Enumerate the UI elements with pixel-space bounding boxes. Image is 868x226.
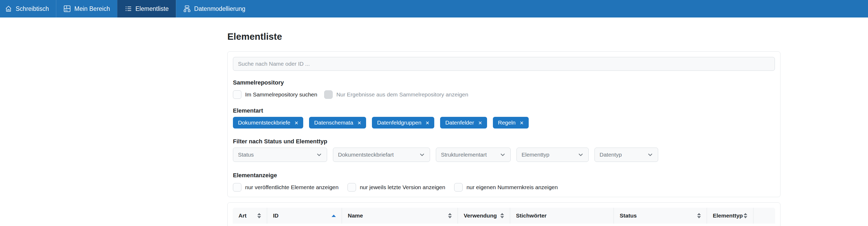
checkbox-box[interactable] [233, 183, 241, 192]
tag-regeln[interactable]: Regeln × [493, 117, 529, 128]
nav-tab-label: Datenmodellierung [194, 5, 245, 12]
page-title: Elementliste [227, 31, 780, 42]
dropdown-value: Dokumentsteckbriefart [338, 152, 394, 158]
remove-icon[interactable]: × [294, 119, 298, 126]
svg-text:31.: 31. [65, 9, 68, 12]
tag-dokumentsteckbriefe[interactable]: Dokumentsteckbriefe × [233, 117, 303, 128]
checkbox-label: nur veröffentlichte Elemente anzeigen [245, 184, 339, 190]
checkbox-label: nur eigenen Nummernkreis anzeigen [466, 184, 558, 190]
nav-tab-label: Elementliste [135, 5, 169, 12]
list-icon [125, 5, 132, 12]
nav-tab-datenmodellierung[interactable]: Datenmodellierung [176, 0, 252, 17]
section-label-elementart: Elementart [233, 107, 775, 114]
nav-tab-elementliste[interactable]: Elementliste [117, 0, 176, 17]
chevron-down-icon [647, 152, 653, 158]
checkbox-box[interactable] [233, 90, 241, 99]
dropdown-value: Elementtyp [522, 152, 549, 158]
remove-icon[interactable]: × [520, 119, 524, 126]
tag-label: Dokumentsteckbriefe [238, 119, 290, 126]
elementart-tags: Dokumentsteckbriefe × Datenschemata × Da… [233, 117, 775, 128]
checkbox-nur-letzte-version[interactable]: nur jeweils letzte Version anzeigen [347, 183, 445, 192]
chevron-down-icon [419, 152, 425, 158]
checkbox-nur-ergebnisse-sammelrepository: Nur Ergebnisse aus dem Sammelrepository … [324, 90, 468, 99]
column-label: Name [348, 213, 363, 219]
section-label-elementanzeige: Elementanzeige [233, 172, 775, 179]
dropdown-strukturelementart[interactable]: Strukturelementart [436, 148, 511, 162]
sort-icon[interactable] [448, 213, 452, 218]
column-header-id[interactable]: ID [267, 208, 342, 224]
remove-icon[interactable]: × [426, 119, 429, 126]
checkbox-nur-eigener-nummernkreis[interactable]: nur eigenen Nummernkreis anzeigen [454, 183, 558, 192]
sort-icon[interactable] [500, 213, 504, 218]
column-label: ID [273, 213, 279, 219]
tag-datenfelder[interactable]: Datenfelder × [440, 117, 487, 128]
search-input[interactable] [233, 57, 775, 71]
home-icon [5, 5, 12, 12]
checkbox-box [324, 90, 333, 99]
column-header-name[interactable]: Name [342, 208, 458, 224]
elementanzeige-options: nur veröffentlichte Elemente anzeigen nu… [233, 183, 775, 192]
sort-icon[interactable] [697, 213, 701, 218]
tag-datenfeldgruppen[interactable]: Datenfeldgruppen × [372, 117, 434, 128]
checkbox-label: Im Sammelrepository suchen [245, 91, 317, 98]
column-header-art[interactable]: Art [232, 208, 267, 224]
checkbox-label: nur jeweils letzte Version anzeigen [360, 184, 445, 190]
dropdown-value: Status [238, 152, 254, 158]
table-header-row: Art ID Name Verwendung Stichwörter Statu… [232, 208, 775, 224]
nav-tab-label: Schreibtisch [16, 5, 49, 12]
nav-tab-mein-bereich[interactable]: 31. Mein Bereich [56, 0, 117, 17]
column-label: Stichwörter [516, 213, 547, 219]
dropdown-value: Strukturelementart [441, 152, 487, 158]
column-header-elementtyp[interactable]: Elementtyp [707, 208, 753, 224]
tag-label: Datenschemata [314, 119, 353, 126]
chevron-down-icon [578, 152, 584, 158]
column-header-status[interactable]: Status [614, 208, 707, 224]
column-header-actions [753, 208, 775, 224]
column-label: Elementtyp [713, 213, 743, 219]
checkbox-nur-veroeffentlichte-elemente[interactable]: nur veröffentlichte Elemente anzeigen [233, 183, 339, 192]
tag-label: Regeln [498, 119, 516, 126]
section-label-filter: Filter nach Status und Elementtyp [233, 138, 775, 145]
sort-icon[interactable] [744, 213, 747, 218]
dropdown-dokumentsteckbriefart[interactable]: Dokumentsteckbriefart [333, 148, 430, 162]
sort-ascending-icon[interactable] [332, 215, 336, 217]
column-label: Verwendung [464, 213, 497, 219]
sort-icon[interactable] [257, 213, 261, 218]
nav-tab-label: Mein Bereich [74, 5, 110, 12]
remove-icon[interactable]: × [478, 119, 482, 126]
workspace-icon: 31. [63, 5, 71, 12]
chevron-down-icon [316, 152, 322, 158]
remove-icon[interactable]: × [357, 119, 361, 126]
dropdown-elementtyp[interactable]: Elementtyp [517, 148, 589, 162]
sammelrepository-options: Im Sammelrepository suchen Nur Ergebniss… [233, 90, 775, 99]
dropdown-value: Datentyp [599, 152, 622, 158]
nav-tab-schreibtisch[interactable]: Schreibtisch [0, 0, 56, 17]
main-content: Elementliste Sammelrepository Im Sammelr… [227, 31, 780, 226]
checkbox-box[interactable] [347, 183, 356, 192]
column-label: Status [620, 213, 637, 219]
dropdown-status[interactable]: Status [233, 148, 327, 162]
chevron-down-icon [500, 152, 506, 158]
sitemap-icon [183, 5, 191, 12]
column-header-stichwoerter: Stichwörter [510, 208, 614, 224]
dropdown-datentyp[interactable]: Datentyp [594, 148, 658, 162]
tag-datenschemata[interactable]: Datenschemata × [309, 117, 366, 128]
checkbox-label: Nur Ergebnisse aus dem Sammelrepository … [336, 91, 468, 98]
filter-card: Sammelrepository Im Sammelrepository suc… [227, 51, 780, 197]
column-label: Art [239, 213, 246, 219]
column-header-verwendung[interactable]: Verwendung [458, 208, 510, 224]
checkbox-box[interactable] [454, 183, 463, 192]
tag-label: Datenfelder [445, 119, 474, 126]
tag-label: Datenfeldgruppen [377, 119, 421, 126]
checkbox-im-sammelrepository-suchen[interactable]: Im Sammelrepository suchen [233, 90, 317, 99]
top-navbar: Schreibtisch 31. Mein Bereich Elementlis… [0, 0, 868, 17]
result-table-card: Art ID Name Verwendung Stichwörter Statu… [227, 202, 780, 226]
section-label-sammelrepository: Sammelrepository [233, 79, 775, 86]
filter-dropdowns: Status Dokumentsteckbriefart Strukturele… [233, 148, 775, 162]
